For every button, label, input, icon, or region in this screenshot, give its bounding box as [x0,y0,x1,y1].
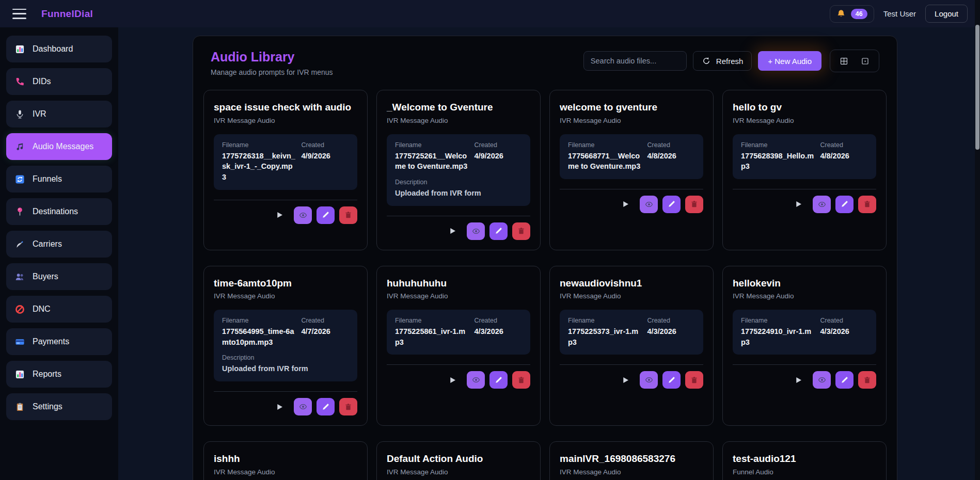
filename-value: 1775726318__keivn_sk_ivr-1_-_Copy.mp3 [222,151,296,183]
audio-card-type: IVR Message Audio [214,468,357,476]
audio-card-title: huhuhuhuhu [387,278,530,290]
view-button[interactable] [813,196,831,213]
music-note-icon [15,142,25,152]
edit-button[interactable] [317,206,335,224]
sidebar-item-destinations[interactable]: Destinations [6,198,112,225]
edit-button[interactable] [835,196,853,213]
audio-card: huhuhuhuhu IVR Message Audio Filename 17… [376,266,541,426]
audio-card: Default Action Audio IVR Message Audio F… [376,441,541,480]
play-button[interactable] [791,371,805,389]
pin-icon [15,207,25,217]
card-actions [733,371,876,389]
view-button[interactable] [467,371,485,389]
view-button[interactable] [813,371,831,389]
scrollbar-thumb[interactable] [975,25,979,150]
card-actions [214,398,357,415]
page-scrollbar[interactable] [975,0,980,480]
delete-button[interactable] [858,371,876,389]
new-audio-button[interactable]: + New Audio [758,51,821,71]
view-button[interactable] [294,398,312,415]
sidebar: Dashboard DIDs IVR Audio Messages Funnel… [0,27,118,480]
edit-button[interactable] [835,371,853,389]
view-button[interactable] [640,196,658,213]
filename-value: 1775225373_ivr-1.mp3 [568,326,642,347]
audio-cards-grid: space issue check with audio IVR Message… [203,90,887,480]
trash-icon [516,375,526,385]
view-button[interactable] [640,371,658,389]
delete-button[interactable] [339,398,357,415]
audio-card-type: IVR Message Audio [733,117,876,124]
sidebar-item-payments[interactable]: Payments [6,328,112,355]
audio-card-title: mainIVR_1698086583276 [560,453,703,465]
edit-button[interactable] [662,371,681,389]
sidebar-item-label: Settings [33,402,62,411]
audio-card-type: IVR Message Audio [214,117,357,124]
notifications-button[interactable]: 46 [830,5,874,23]
pencil-icon [840,199,849,209]
card-divider [560,364,703,365]
trash-icon [516,226,526,236]
audio-card: test-audio121 Funnel Audio Filename 1772… [722,441,887,480]
sidebar-item-dashboard[interactable]: Dashboard [6,36,112,62]
delete-button[interactable] [339,206,357,224]
play-button[interactable] [272,398,287,415]
trash-icon [343,210,353,220]
delete-button[interactable] [685,196,703,213]
delete-button[interactable] [858,196,876,213]
sidebar-item-buyers[interactable]: Buyers [6,263,112,290]
audio-card-type: IVR Message Audio [733,292,876,300]
audio-card-meta: Filename 1775224910_ivr-1.mp3 Created 4/… [733,310,876,355]
delete-button[interactable] [512,222,530,240]
sidebar-item-reports[interactable]: Reports [6,361,112,388]
delete-button[interactable] [685,371,703,389]
user-name: Test User [883,9,916,18]
delete-button[interactable] [512,371,530,389]
edit-button[interactable] [489,222,508,240]
created-label: Created [474,141,522,149]
sidebar-item-audio-messages[interactable]: Audio Messages [6,133,112,160]
sidebar-item-settings[interactable]: Settings [6,393,112,420]
edit-button[interactable] [489,371,508,389]
edit-button[interactable] [317,398,335,415]
refresh-button[interactable]: Refresh [693,51,752,71]
sidebar-item-label: Reports [33,370,61,379]
eye-icon [471,375,481,385]
sidebar-item-funnels[interactable]: Funnels [6,166,112,193]
sidebar-item-dnc[interactable]: DNC [6,296,112,323]
edit-button[interactable] [662,196,681,213]
page-title: Audio Library [211,50,333,65]
view-button[interactable] [294,206,312,224]
sidebar-item-label: Destinations [33,207,78,216]
microphone-icon [15,109,25,119]
card-divider [733,189,876,189]
sidebar-item-carriers[interactable]: Carriers [6,231,112,258]
audio-card-type: IVR Message Audio [560,468,703,476]
sidebar-item-dids[interactable]: DIDs [6,68,112,95]
play-button[interactable] [618,196,633,213]
sidebar-item-label: Payments [33,337,69,346]
grid-view-icon [839,56,849,66]
list-view-button[interactable] [857,53,874,69]
app-logo: FunnelDial [41,8,93,20]
logout-button[interactable]: Logout [925,5,968,23]
grid-view-button[interactable] [835,53,852,69]
sidebar-item-label: DNC [33,305,51,314]
audio-card-title: hello to gv [733,102,876,114]
eye-icon [298,210,308,220]
audio-card-type: IVR Message Audio [214,292,357,300]
phone-icon [15,77,25,87]
play-button[interactable] [791,196,805,213]
hamburger-menu-icon[interactable] [12,9,27,19]
page-subtitle: Manage audio prompts for IVR menus [211,68,333,76]
play-button[interactable] [445,222,460,240]
sidebar-item-label: Dashboard [33,44,73,54]
play-button[interactable] [272,206,287,224]
card-actions [214,206,357,224]
view-button[interactable] [467,222,485,240]
play-button[interactable] [445,371,460,389]
sidebar-item-ivr[interactable]: IVR [6,101,112,127]
play-button[interactable] [618,371,633,389]
filename-label: Filename [222,141,296,149]
search-input[interactable] [583,51,687,71]
pencil-icon [840,375,849,385]
